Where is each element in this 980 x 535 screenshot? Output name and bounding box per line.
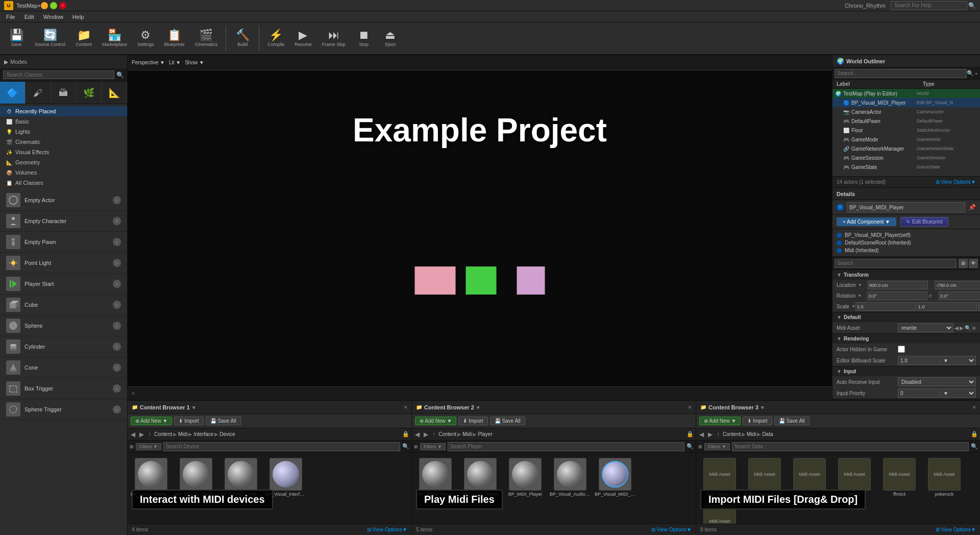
- outliner-item-game-state[interactable]: 🎮 GameState GameState: [832, 162, 980, 172]
- midi-asset-search-icon[interactable]: 🔍: [965, 325, 971, 331]
- details-grid-view-icon[interactable]: ⊞: [959, 259, 968, 268]
- cb3-lock-icon[interactable]: 🔒: [971, 431, 978, 437]
- cb1-back-button[interactable]: ◀: [130, 431, 136, 438]
- cb1-bc-midi[interactable]: Midi: [178, 431, 187, 437]
- cb3-close-icon[interactable]: ×: [972, 404, 976, 411]
- cb1-bc-interface[interactable]: Interface: [193, 431, 213, 437]
- cb2-forward-button[interactable]: ▶: [423, 431, 429, 438]
- cone-info-button[interactable]: i: [113, 363, 121, 372]
- default-section-header[interactable]: ▼ Default: [832, 312, 980, 322]
- cb1-up-button[interactable]: ↑: [147, 431, 152, 438]
- menu-edit[interactable]: Edit: [20, 13, 38, 21]
- cb1-close-icon[interactable]: ×: [404, 404, 407, 411]
- cb1-import-button[interactable]: ⬇ Import: [174, 417, 203, 425]
- empty-actor-info-button[interactable]: i: [113, 196, 121, 204]
- toolbar-compile-button[interactable]: ⚡ Compile: [263, 28, 288, 49]
- scale-y-input[interactable]: [917, 302, 977, 311]
- category-lights[interactable]: 💡 Lights: [0, 127, 127, 137]
- toolbar-build-button[interactable]: 🔨 Build: [230, 28, 255, 49]
- cb3-view-options[interactable]: ⊞ View Options▼: [936, 527, 976, 532]
- scale-z-input[interactable]: [978, 302, 980, 311]
- outliner-item-game-session[interactable]: 🎮 GameSession GameSession: [832, 153, 980, 162]
- viewport-show-btn[interactable]: Show ▼: [185, 60, 204, 65]
- auto-receive-select[interactable]: Disabled: [898, 377, 976, 386]
- editor-billboard-select[interactable]: ▼: [940, 356, 976, 365]
- toolbar-stop-button[interactable]: ⏹ Stop: [352, 28, 376, 49]
- cb2-filters-button[interactable]: Filters ▼: [420, 443, 446, 450]
- cb3-back-button[interactable]: ◀: [698, 431, 705, 438]
- editor-billboard-input[interactable]: [898, 356, 939, 365]
- actor-item-cone[interactable]: Cone i: [0, 357, 127, 378]
- category-visual-effects[interactable]: ✨ Visual Effects: [0, 147, 127, 157]
- details-actor-name-input[interactable]: [847, 202, 965, 212]
- cb2-bc-player[interactable]: Player: [478, 431, 492, 437]
- mode-tab-place[interactable]: 🔷: [0, 82, 26, 104]
- midi-asset-arrow-right[interactable]: ▶: [960, 325, 964, 331]
- cube-info-button[interactable]: i: [113, 301, 121, 309]
- actor-hidden-checkbox[interactable]: [898, 346, 905, 353]
- component-item-default-scene-root[interactable]: DefaultSceneRoot (Inherited): [837, 239, 976, 247]
- outliner-item-testmap[interactable]: 🌍 TestMap (Play in Editor) World: [832, 89, 980, 98]
- category-cinematic[interactable]: 🎬 Cinematic: [0, 137, 127, 147]
- cb2-import-button[interactable]: ⬇ Import: [458, 417, 487, 425]
- actor-item-cube[interactable]: Cube i: [0, 295, 127, 315]
- details-pin-icon[interactable]: 📌: [968, 204, 976, 211]
- toolbar-settings-button[interactable]: ⚙ Settings: [133, 28, 158, 49]
- midi-asset-clear-icon[interactable]: ⊗: [972, 325, 976, 331]
- location-y-input[interactable]: [935, 281, 980, 289]
- input-priority-input[interactable]: [898, 388, 939, 398]
- outliner-search-input[interactable]: [835, 69, 967, 78]
- cb1-bc-device[interactable]: Device: [219, 431, 235, 437]
- empty-pawn-info-button[interactable]: i: [113, 238, 121, 246]
- details-eye-icon[interactable]: 👁: [969, 259, 978, 268]
- outliner-item-network-manager[interactable]: 🔗 GameNetworkManager GameNetworkMar: [832, 144, 980, 153]
- toolbar-content-button[interactable]: 📁 Content: [71, 28, 96, 49]
- modes-search-input[interactable]: [3, 70, 114, 79]
- actor-item-cylinder[interactable]: Cylinder i: [0, 336, 127, 357]
- cb3-up-button[interactable]: ↑: [716, 431, 721, 438]
- viewport-perspective-btn[interactable]: Perspective ▼: [132, 60, 165, 65]
- mode-tab-paint[interactable]: 🖌: [26, 82, 51, 104]
- cb3-asset-ffmix3[interactable]: Midi Asset ffmix3: [879, 456, 920, 499]
- mode-tab-geometry[interactable]: 📐: [102, 82, 127, 104]
- rotation-y-input[interactable]: [939, 291, 980, 300]
- cb2-up-button[interactable]: ↑: [431, 431, 436, 438]
- rendering-section-header[interactable]: ▼ Rendering: [832, 334, 980, 344]
- cb3-forward-button[interactable]: ▶: [707, 431, 714, 438]
- location-x-input[interactable]: [868, 281, 928, 289]
- point-light-info-button[interactable]: i: [113, 259, 121, 267]
- cb2-view-options[interactable]: ⊞ View Options▼: [651, 527, 692, 532]
- actor-item-empty-actor[interactable]: Empty Actor i: [0, 190, 127, 211]
- viewport-canvas[interactable]: Example Project: [128, 70, 832, 386]
- rotation-x-input[interactable]: [867, 291, 927, 300]
- toolbar-source-control-button[interactable]: 🔄 Source Control: [31, 28, 69, 49]
- input-priority-select[interactable]: ▼: [940, 388, 976, 398]
- cb3-bc-midi[interactable]: Midi: [747, 431, 756, 437]
- toolbar-save-button[interactable]: 💾 Save: [4, 28, 29, 49]
- category-geometry[interactable]: 📐 Geometry: [0, 157, 127, 167]
- category-basic[interactable]: ⬜ Basic: [0, 116, 127, 127]
- add-component-button[interactable]: + Add Component ▼: [837, 217, 896, 226]
- toolbar-cinematics-button[interactable]: 🎬 Cinematics: [191, 28, 222, 49]
- mode-tab-foliage[interactable]: 🌿: [76, 82, 102, 104]
- viewport-view-btn[interactable]: Lit ▼: [169, 60, 181, 65]
- input-section-header[interactable]: ▼ Input: [832, 367, 980, 376]
- menu-file[interactable]: File: [2, 13, 19, 21]
- category-volumes[interactable]: 📦 Volumes: [0, 167, 127, 178]
- component-item-midi[interactable]: Midi (Inherited): [837, 247, 976, 254]
- outliner-add-btn[interactable]: +: [975, 70, 978, 77]
- cb3-add-new-button[interactable]: ⊕ Add New ▼: [699, 417, 741, 425]
- cb1-filters-button[interactable]: Filters ▼: [136, 443, 161, 450]
- actor-item-empty-pawn[interactable]: Empty Pawn i: [0, 232, 127, 253]
- category-recently-placed[interactable]: ⏱ Recently Placed: [0, 106, 127, 116]
- component-item-self[interactable]: BP_Visual_MIDI_Player(self): [837, 231, 976, 239]
- cb2-asset-bp-midi-player[interactable]: BP_MIDI_Player: [505, 456, 546, 499]
- cb2-bc-midi[interactable]: Midi: [462, 431, 472, 437]
- cb3-bc-content[interactable]: Content: [723, 431, 741, 437]
- outliner-item-default-pawn[interactable]: 🎮 DefaultPawn DefaultPawn: [832, 116, 980, 126]
- toolbar-frame-skip-button[interactable]: ⏭ Frame Skip: [318, 28, 350, 49]
- outliner-item-game-mode[interactable]: 🎮 GameMode GameMode: [832, 135, 980, 144]
- cb3-bc-data[interactable]: Data: [762, 431, 773, 437]
- empty-character-info-button[interactable]: i: [113, 217, 121, 225]
- close-button[interactable]: ×: [59, 2, 66, 9]
